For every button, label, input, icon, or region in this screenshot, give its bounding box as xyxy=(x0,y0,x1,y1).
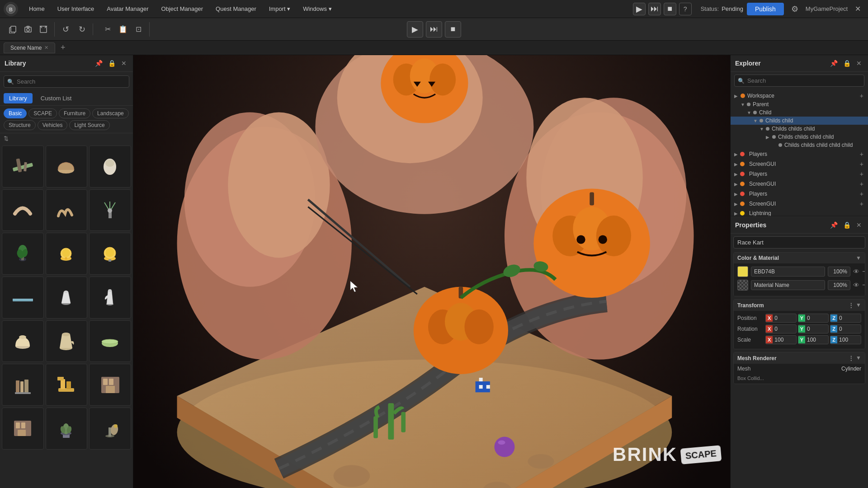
add-tab-button[interactable]: + xyxy=(58,43,68,53)
library-item-21[interactable] xyxy=(89,408,131,450)
library-item-7[interactable] xyxy=(2,233,44,275)
library-item-8[interactable] xyxy=(46,233,88,275)
toolbar-frame-btn[interactable]: ⊡ xyxy=(131,22,146,37)
library-close-btn[interactable]: ✕ xyxy=(119,59,128,68)
tree-players-3-add[interactable]: + xyxy=(859,190,864,197)
tree-players-1[interactable]: ▶ Players + xyxy=(731,149,868,159)
scale-z-input[interactable] xyxy=(837,336,861,344)
color-opacity-input[interactable] xyxy=(828,267,850,277)
library-item-17[interactable] xyxy=(46,364,88,406)
library-item-9[interactable] xyxy=(89,233,131,275)
material-opacity-input[interactable] xyxy=(828,280,850,290)
tree-players-1-add[interactable]: + xyxy=(859,150,864,158)
scale-x-input[interactable] xyxy=(773,336,796,344)
material-remove-btn[interactable]: − xyxy=(862,281,865,289)
tree-screengui-2[interactable]: ▶ ScreenGUI + xyxy=(731,179,868,189)
material-visibility-btn[interactable]: 👁 xyxy=(853,282,859,289)
rotation-z-input[interactable] xyxy=(837,325,861,333)
tree-screengui-3-add[interactable]: + xyxy=(859,200,864,207)
tree-lightning[interactable]: ▶ Lightning xyxy=(731,209,868,216)
header-step-btn[interactable]: ⏭ xyxy=(648,3,661,15)
tree-workspace[interactable]: ▶ Workspace + xyxy=(731,91,868,100)
menu-import[interactable]: Import ▾ xyxy=(264,4,296,14)
library-item-14[interactable] xyxy=(46,320,88,362)
tree-players-3[interactable]: ▶ Players + xyxy=(731,189,868,199)
mesh-renderer-header[interactable]: Mesh Renderer ⋮ ▼ xyxy=(734,352,865,364)
color-visibility-btn[interactable]: 👁 xyxy=(853,268,859,275)
tree-screengui-2-add[interactable]: + xyxy=(859,180,864,188)
library-item-4[interactable] xyxy=(2,189,44,231)
cat-structure[interactable]: Structure xyxy=(4,120,36,130)
library-item-6[interactable] xyxy=(89,189,131,231)
library-item-12[interactable] xyxy=(89,277,131,319)
position-x-input[interactable] xyxy=(773,314,796,322)
settings-button[interactable]: ⚙ xyxy=(788,2,802,16)
library-item-10[interactable] xyxy=(2,277,44,319)
tree-players-2[interactable]: ▶ Players + xyxy=(731,169,868,179)
tree-childs-childs-child-child-child[interactable]: Childs childs child child child xyxy=(731,141,868,149)
tree-screengui-3[interactable]: ▶ ScreenGUI + xyxy=(731,199,868,209)
color-material-header[interactable]: Color & Material ▼ xyxy=(734,253,865,263)
properties-pin-btn[interactable]: 📌 xyxy=(828,221,840,230)
cat-scape[interactable]: SCAPE xyxy=(28,108,57,118)
library-item-13[interactable] xyxy=(2,320,44,362)
color-swatch[interactable] xyxy=(737,266,748,277)
library-item-2[interactable] xyxy=(46,145,88,188)
stop-btn[interactable]: ■ xyxy=(445,21,461,38)
menu-quest-manager[interactable]: Quest Manager xyxy=(210,4,262,14)
color-remove-btn[interactable]: − xyxy=(862,267,865,276)
library-lock-btn[interactable]: 🔒 xyxy=(106,59,118,68)
explorer-search-input[interactable] xyxy=(734,75,864,87)
library-item-18[interactable] xyxy=(89,364,131,406)
menu-windows[interactable]: Windows ▾ xyxy=(297,4,337,14)
tree-childs-child[interactable]: ▼ Childs child xyxy=(731,117,868,125)
toolbar-screenshot-btn[interactable] xyxy=(21,22,35,37)
library-item-15[interactable] xyxy=(89,320,131,362)
library-item-16[interactable] xyxy=(2,364,44,406)
cat-furniture[interactable]: Furniture xyxy=(59,108,90,118)
explorer-lock-btn[interactable]: 🔒 xyxy=(841,59,853,68)
library-item-20[interactable] xyxy=(46,408,88,450)
properties-close-btn[interactable]: ✕ xyxy=(854,221,863,230)
tree-child[interactable]: ▼ Child xyxy=(731,108,868,117)
toolbar-cut-btn[interactable]: ✂ xyxy=(100,22,115,37)
transform-header[interactable]: Transform ⋮ ▼ xyxy=(734,300,865,311)
explorer-close-btn[interactable]: ✕ xyxy=(854,59,863,68)
tree-childs-childs-child[interactable]: ▼ Childs childs child xyxy=(731,125,868,133)
step-btn[interactable]: ⏭ xyxy=(426,21,442,38)
cat-basic[interactable]: Basic xyxy=(4,108,27,118)
menu-object-manager[interactable]: Object Manager xyxy=(156,4,209,14)
undo-btn[interactable]: ↺ xyxy=(58,22,73,37)
rotation-x-input[interactable] xyxy=(773,325,796,333)
library-item-19[interactable] xyxy=(2,408,44,450)
material-name-input[interactable] xyxy=(751,280,825,290)
rotation-y-input[interactable] xyxy=(805,325,828,333)
menu-user-interface[interactable]: User Interface xyxy=(52,4,100,14)
library-item-1[interactable] xyxy=(2,145,44,188)
scene-tab-main[interactable]: Scene Name ✕ xyxy=(4,42,55,53)
scene-tab-close[interactable]: ✕ xyxy=(44,45,48,51)
properties-lock-btn[interactable]: 🔒 xyxy=(841,221,853,230)
object-name-input[interactable] xyxy=(733,236,865,249)
library-tab-library[interactable]: Library xyxy=(4,93,33,103)
toolbar-expand-btn[interactable] xyxy=(36,22,51,37)
tree-childs-childs-child-child[interactable]: ▶ Childs childs child child xyxy=(731,133,868,141)
position-y-input[interactable] xyxy=(805,314,828,322)
cat-vehicles[interactable]: Vehicles xyxy=(38,120,68,130)
library-tab-custom[interactable]: Custom List xyxy=(35,93,77,103)
publish-button[interactable]: Publish xyxy=(747,3,784,15)
library-item-11[interactable] xyxy=(46,277,88,319)
library-search-input[interactable] xyxy=(4,75,129,88)
header-help-btn[interactable]: ? xyxy=(679,3,692,15)
menu-home[interactable]: Home xyxy=(24,4,50,14)
position-z-input[interactable] xyxy=(837,314,861,322)
tree-screengui-1[interactable]: ▶ ScreenGUI + xyxy=(731,159,868,169)
play-btn[interactable]: ▶ xyxy=(407,21,423,38)
explorer-pin-btn[interactable]: 📌 xyxy=(828,59,840,68)
toolbar-paste-btn[interactable]: 📋 xyxy=(116,22,130,37)
header-stop-btn[interactable]: ■ xyxy=(664,3,676,15)
menu-avatar-manager[interactable]: Avatar Manager xyxy=(101,4,154,14)
library-pin-btn[interactable]: 📌 xyxy=(93,59,104,68)
cat-landscape[interactable]: Landscape xyxy=(92,108,129,118)
cat-light-source[interactable]: Light Source xyxy=(69,120,109,130)
